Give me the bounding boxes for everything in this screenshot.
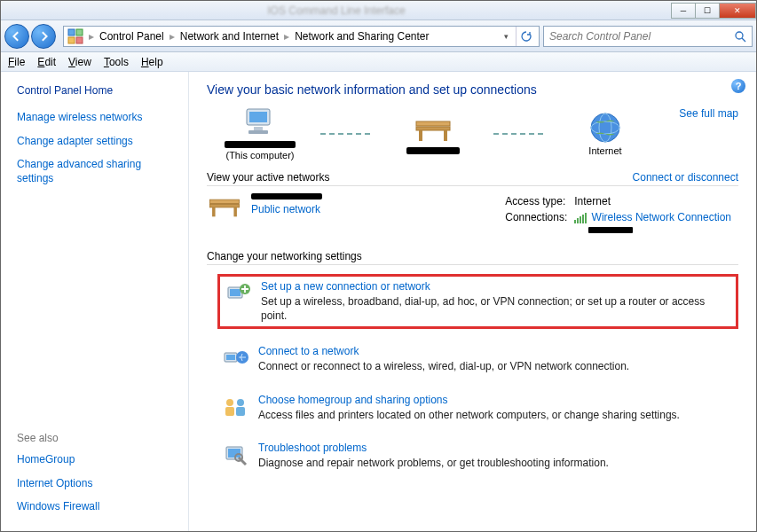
menu-file[interactable]: File — [8, 56, 25, 68]
redacted-text — [251, 193, 322, 200]
this-computer-label: (This computer) — [225, 150, 294, 160]
see-also-label: See also — [17, 432, 177, 444]
svg-rect-1 — [76, 29, 83, 35]
breadcrumb-network-sharing[interactable]: Network and Sharing Center — [291, 30, 432, 43]
search-placeholder: Search Control Panel — [549, 30, 651, 43]
menu-help[interactable]: Help — [141, 56, 163, 68]
svg-rect-17 — [209, 204, 239, 207]
option-connect-network[interactable]: Connect to a network Connect or reconnec… — [217, 341, 738, 377]
svg-rect-16 — [209, 200, 239, 203]
internet-label: Internet — [588, 145, 621, 156]
main-content: View your basic network information and … — [189, 72, 756, 531]
svg-rect-19 — [233, 207, 236, 216]
window-title-blurred: IOS Command Line Interface — [1, 4, 672, 17]
back-button[interactable] — [4, 24, 29, 49]
svg-rect-9 — [416, 121, 450, 126]
network-category-link[interactable]: Public network — [251, 203, 322, 215]
sidebar-homegroup[interactable]: HomeGroup — [17, 453, 177, 467]
globe-icon — [588, 111, 622, 145]
control-panel-icon — [67, 28, 83, 44]
option-title: Troubleshoot problems — [258, 442, 609, 454]
sidebar-change-adapter[interactable]: Change adapter settings — [17, 135, 177, 149]
svg-point-4 — [736, 32, 743, 39]
svg-rect-28 — [225, 407, 234, 416]
navigation-bar: ▸ Control Panel ▸ Network and Internet ▸… — [1, 20, 756, 52]
refresh-button[interactable] — [516, 27, 535, 46]
active-networks-header: View your active networks Connect or dis… — [207, 171, 738, 186]
menu-tools[interactable]: Tools — [104, 56, 129, 68]
svg-rect-11 — [419, 130, 422, 141]
breadcrumb-control-panel[interactable]: Control Panel — [96, 30, 168, 43]
menu-edit[interactable]: Edit — [37, 56, 56, 68]
bench-icon — [207, 193, 242, 220]
svg-point-26 — [226, 399, 233, 406]
chevron-right-icon: ▸ — [282, 30, 291, 43]
menu-view[interactable]: View — [68, 56, 91, 68]
svg-rect-10 — [416, 127, 450, 130]
address-dropdown[interactable]: ▾ — [501, 32, 512, 41]
redacted-text — [406, 147, 460, 154]
address-bar[interactable]: ▸ Control Panel ▸ Network and Internet ▸… — [63, 26, 540, 47]
option-desc: Access files and printers located on oth… — [258, 408, 680, 422]
redacted-text — [588, 227, 633, 233]
svg-point-27 — [237, 399, 244, 406]
minimize-button[interactable]: ─ — [671, 3, 696, 19]
arrow-right-icon — [38, 31, 49, 42]
svg-rect-8 — [248, 130, 268, 134]
node-internet[interactable]: Internet — [552, 112, 658, 156]
node-router[interactable] — [380, 113, 486, 154]
connections-label: Connections: — [505, 211, 572, 238]
svg-rect-6 — [249, 112, 267, 122]
signal-bars-icon — [574, 213, 587, 223]
svg-rect-3 — [76, 37, 83, 43]
window-titlebar: IOS Command Line Interface ─ ☐ ✕ — [1, 1, 756, 20]
svg-rect-0 — [68, 29, 75, 35]
sidebar-manage-wireless[interactable]: Manage wireless networks — [17, 111, 177, 125]
option-homegroup[interactable]: Choose homegroup and sharing options Acc… — [217, 390, 738, 426]
help-icon[interactable]: ? — [731, 79, 745, 93]
option-setup-connection[interactable]: Set up a new connection or network Set u… — [217, 274, 738, 329]
redacted-text — [225, 141, 296, 148]
computer-icon — [241, 107, 279, 139]
sidebar-advanced-sharing[interactable]: Change advanced sharing settings — [17, 158, 177, 185]
option-title: Connect to a network — [258, 345, 629, 357]
menu-bar: File Edit View Tools Help — [1, 52, 756, 72]
search-input[interactable]: Search Control Panel — [543, 26, 753, 47]
option-desc: Set up a wireless, broadband, dial-up, a… — [261, 294, 730, 323]
forward-button[interactable] — [31, 24, 56, 49]
svg-rect-24 — [226, 355, 235, 360]
connect-disconnect-link[interactable]: Connect or disconnect — [633, 171, 738, 184]
close-button[interactable]: ✕ — [719, 3, 756, 19]
sidebar: Control Panel Home Manage wireless netwo… — [1, 72, 189, 531]
connection-line — [320, 133, 373, 135]
option-title: Choose homegroup and sharing options — [258, 394, 680, 406]
svg-rect-7 — [254, 127, 263, 130]
arrow-left-icon — [12, 31, 22, 42]
svg-rect-12 — [444, 130, 447, 141]
sidebar-windows-firewall[interactable]: Windows Firewall — [17, 500, 177, 514]
svg-rect-18 — [212, 207, 215, 216]
page-title: View your basic network information and … — [207, 82, 738, 97]
bench-icon — [413, 114, 453, 145]
node-this-computer[interactable]: (This computer) — [207, 107, 313, 160]
breadcrumb-network-internet[interactable]: Network and Internet — [177, 30, 282, 43]
refresh-icon — [520, 30, 532, 43]
change-settings-header: Change your networking settings — [207, 250, 738, 265]
setup-connection-icon — [225, 280, 252, 307]
sidebar-internet-options[interactable]: Internet Options — [17, 477, 177, 491]
access-type-label: Access type: — [505, 195, 572, 209]
svg-rect-21 — [230, 289, 241, 296]
option-troubleshoot[interactable]: Troubleshoot problems Diagnose and repai… — [217, 438, 738, 473]
network-map: (This computer) — [207, 107, 658, 160]
connection-line — [493, 133, 546, 135]
connection-link[interactable]: Wireless Network Connection — [592, 211, 731, 223]
maximize-button[interactable]: ☐ — [695, 3, 720, 19]
option-title: Set up a new connection or network — [261, 280, 730, 293]
svg-rect-31 — [228, 449, 241, 458]
control-panel-home-link[interactable]: Control Panel Home — [17, 84, 177, 97]
chevron-right-icon: ▸ — [168, 30, 177, 43]
option-desc: Connect or reconnect to a wireless, wire… — [258, 359, 629, 373]
homegroup-icon — [223, 394, 249, 420]
see-full-map-link[interactable]: See full map — [679, 107, 738, 120]
svg-point-13 — [591, 113, 619, 142]
